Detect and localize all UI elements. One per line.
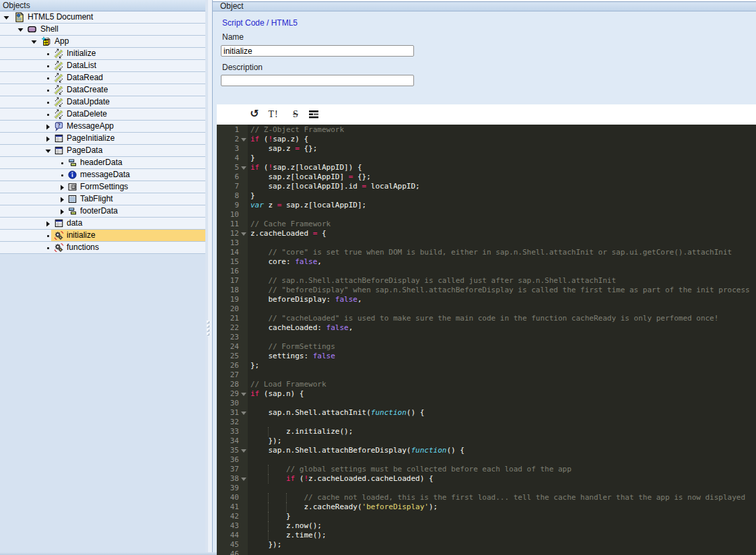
line-number: 6 (217, 172, 239, 182)
fold-arrow-icon[interactable] (241, 449, 246, 453)
tree-bullet-dot (47, 53, 49, 55)
strikeout-icon[interactable]: S (289, 104, 302, 125)
code-line-28: 28// Load Framework (217, 380, 756, 389)
code-line-34: 34 }); (217, 436, 756, 446)
tree-item-DataRead[interactable]: DataRead (0, 72, 205, 84)
list-bars-icon (67, 158, 77, 168)
code-line-18: 18 // "beforeDisplay" when sap.n.Shell.a… (217, 286, 756, 295)
indent-guide (268, 474, 269, 484)
code-token: } (250, 154, 255, 162)
code-token: , (357, 295, 362, 304)
code-token: localAppID; (366, 182, 419, 191)
code-token: if (250, 163, 259, 172)
gears-icon (54, 230, 64, 240)
description-input[interactable] (221, 75, 414, 86)
code-line-4: 4} (217, 154, 756, 163)
tree-item-headerData[interactable]: headerData (0, 157, 205, 169)
tree-item-label: footerData (80, 205, 118, 217)
tree-item-DataList[interactable]: DataList (0, 60, 205, 72)
line-number: 22 (217, 323, 239, 333)
tree-item-label: headerData (80, 157, 123, 168)
line-number: 36 (217, 455, 239, 465)
code-token: // global settings must be collected bef… (250, 465, 572, 474)
expand-arrow-icon[interactable] (59, 182, 67, 193)
html5-document-icon (14, 12, 24, 22)
tree-item-TabFlight[interactable]: TabFlight (0, 193, 205, 205)
code-editor[interactable]: 1// Z-Object Framework2if (!sap.z) {3 sa… (217, 125, 756, 555)
expand-arrow-icon[interactable] (45, 133, 53, 144)
tree-item-functions[interactable]: functions (0, 242, 205, 254)
code-token: z.now(); (250, 521, 322, 530)
code-line-10: 10 (217, 210, 756, 220)
collapse-arrow-icon[interactable] (45, 145, 53, 156)
line-number: 39 (217, 484, 239, 493)
code-token: beforeDisplay: (250, 295, 335, 304)
collapse-arrow-icon[interactable] (31, 36, 39, 47)
expand-arrow-icon[interactable] (45, 218, 53, 229)
code-line-33: 33 z.initialize(); (217, 427, 756, 436)
tree-bullet-dot (61, 162, 63, 164)
tree-item-DataCreate[interactable]: DataCreate (0, 84, 205, 96)
line-number: 15 (217, 257, 239, 267)
expand-arrow-icon[interactable] (59, 194, 67, 205)
code-line-19: 19 beforeDisplay: false, (217, 295, 756, 304)
indent-guide (268, 531, 269, 540)
tree-item-data[interactable]: data (0, 218, 205, 230)
tree-item-FormSettings[interactable]: FormSettings (0, 181, 205, 193)
tree-bullet-dot (47, 114, 49, 116)
code-token: { (317, 229, 326, 238)
fold-arrow-icon[interactable] (241, 166, 246, 170)
tree-item-MessageApp[interactable]: ?MessageApp (0, 121, 205, 133)
tree-item-initialize[interactable]: initialize (0, 230, 205, 242)
tree-item-messageData[interactable]: messageData (0, 169, 205, 181)
fold-arrow-icon[interactable] (241, 412, 246, 415)
code-token: , (317, 257, 322, 266)
tree-item-App[interactable]: App (0, 36, 205, 48)
undo-icon[interactable]: ↺ (248, 104, 261, 125)
beautify-icon[interactable]: T! (267, 104, 280, 125)
collapse-arrow-icon[interactable] (3, 12, 11, 23)
code-line-1: 1// Z-Object Framework (217, 125, 756, 135)
code-line-7: 7 sap.z[localAppID].id = localAppID; (217, 182, 756, 191)
code-line-46: 46 (217, 550, 756, 555)
collapse-arrow-icon[interactable] (18, 24, 26, 35)
tree-item-footerData[interactable]: footerData (0, 205, 205, 218)
tree-item-DataUpdate[interactable]: DataUpdate (0, 96, 205, 108)
fold-arrow-icon[interactable] (241, 478, 246, 481)
object-type-link[interactable]: Script Code / HTML5 (222, 18, 298, 28)
line-number: 31 (217, 408, 239, 418)
expand-arrow-icon[interactable] (45, 121, 53, 132)
code-line-24: 24 // FormSettings (217, 342, 756, 352)
tree-item-PageInitialize[interactable]: PageInitialize (0, 133, 205, 145)
code-line-15: 15 core: false, (217, 257, 756, 267)
tree-item-Initialize[interactable]: Initialize (0, 48, 205, 60)
code-token: {}; (300, 144, 318, 153)
format-bars-icon[interactable] (307, 104, 320, 125)
tree-item-label: PageInitialize (67, 133, 114, 144)
splitter-grip-dot (207, 329, 209, 331)
tree-item-label: data (67, 218, 82, 229)
line-number: 14 (217, 248, 239, 257)
code-token: // FormSettings (250, 342, 335, 351)
code-text: // "beforeDisplay" when sap.n.Shell.atta… (250, 286, 750, 295)
code-token: () { (407, 408, 425, 417)
expand-arrow-icon[interactable] (59, 206, 67, 217)
tree-item-PageData[interactable]: PageData (0, 145, 205, 157)
panel-splitter[interactable] (205, 0, 213, 555)
code-token: sap.z[localAppID]) { (273, 163, 362, 172)
fold-arrow-icon[interactable] (241, 232, 246, 236)
info-circle-icon (67, 170, 77, 180)
tree-item-DataDelete[interactable]: DataDelete (0, 108, 205, 121)
fold-arrow-icon[interactable] (241, 138, 246, 141)
tree-item-HTML5 Document[interactable]: HTML5 Document (0, 11, 205, 24)
tree-item-label: DataUpdate (67, 96, 110, 108)
code-line-29: 29if (sap.n) { (217, 389, 756, 399)
tree-bullet-dot (47, 90, 49, 92)
code-line-45: 45 }); (217, 540, 756, 550)
code-token: }); (250, 436, 281, 445)
tree-item-Shell[interactable]: Shell (0, 24, 205, 36)
fold-arrow-icon[interactable] (241, 393, 246, 396)
code-token: z.cacheReady( (250, 502, 362, 511)
name-input[interactable] (221, 45, 414, 57)
code-line-41: 41 z.cacheReady('beforeDisplay'); (217, 502, 756, 512)
